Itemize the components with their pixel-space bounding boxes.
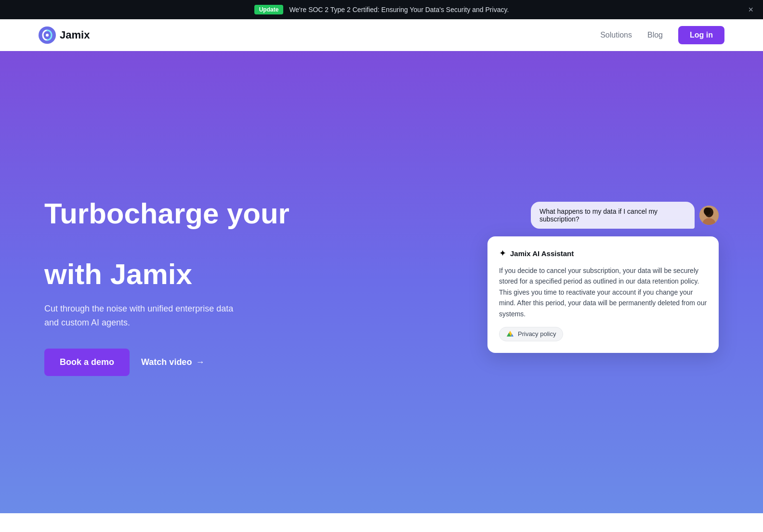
ai-assistant-name: Jamix AI Assistant — [510, 249, 574, 258]
user-avatar — [699, 206, 719, 225]
announcement-text: We're SOC 2 Type 2 Certified: Ensuring Y… — [289, 6, 509, 13]
svg-point-6 — [704, 208, 710, 215]
google-icon — [506, 330, 514, 338]
privacy-policy-button[interactable]: Privacy policy — [499, 327, 563, 341]
nav-solutions[interactable]: Solutions — [600, 31, 632, 39]
ai-card-header: ✦ Jamix AI Assistant — [499, 248, 707, 259]
watch-video-label: Watch video — [141, 357, 192, 367]
header: Jamix Solutions Blog Log in — [0, 19, 763, 51]
logo-text: Jamix — [60, 29, 90, 41]
arrow-right-icon: → — [196, 357, 204, 367]
hero-right: What happens to my data if I cancel my s… — [395, 202, 719, 372]
watch-video-button[interactable]: Watch video → — [141, 357, 204, 367]
hero-left: Turbocharge your with Jamix Cut through … — [44, 198, 314, 376]
hero-section: Turbocharge your with Jamix Cut through … — [0, 51, 763, 513]
login-button[interactable]: Log in — [678, 26, 724, 44]
book-demo-button[interactable]: Book a demo — [44, 349, 130, 376]
main-nav: Solutions Blog Log in — [600, 26, 724, 44]
svg-point-1 — [46, 34, 49, 37]
hero-actions: Book a demo Watch video → — [44, 349, 314, 376]
close-announcement-button[interactable]: × — [748, 5, 753, 14]
announcement-bar: Update We're SOC 2 Type 2 Certified: Ens… — [0, 0, 763, 19]
nav-blog[interactable]: Blog — [647, 31, 663, 39]
hero-subtitle: Cut through the noise with unified enter… — [44, 302, 247, 330]
ai-response-text: If you decide to cancel your subscriptio… — [499, 265, 707, 319]
user-message-row: What happens to my data if I cancel my s… — [531, 202, 719, 229]
hero-title-line1: Turbocharge your — [44, 198, 314, 230]
privacy-policy-label: Privacy policy — [518, 330, 556, 337]
update-badge: Update — [254, 5, 284, 14]
hero-title-line2: with Jamix — [44, 259, 314, 290]
hero-content: Turbocharge your with Jamix Cut through … — [44, 198, 719, 376]
logo[interactable]: Jamix — [39, 26, 90, 44]
user-message-bubble: What happens to my data if I cancel my s… — [531, 202, 695, 229]
sparkle-icon: ✦ — [499, 248, 506, 259]
hero-title: Turbocharge your with Jamix — [44, 198, 314, 290]
hero-title-spacer — [44, 230, 314, 259]
user-avatar-image — [699, 206, 719, 225]
logo-icon — [39, 26, 56, 44]
avatar-svg — [699, 206, 719, 225]
ai-assistant-card: ✦ Jamix AI Assistant If you decide to ca… — [487, 236, 719, 353]
